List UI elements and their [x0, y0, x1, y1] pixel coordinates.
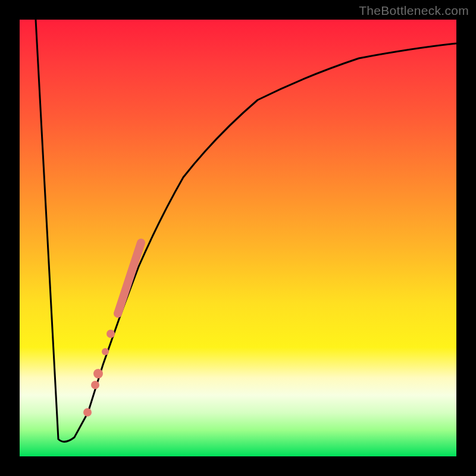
dot-4: [91, 381, 99, 389]
dot-3: [93, 369, 103, 378]
chart-svg: [20, 20, 456, 456]
dot-2: [102, 348, 109, 355]
plot-area: [20, 20, 456, 456]
chart-frame: TheBottleneck.com: [0, 0, 476, 476]
dot-5: [83, 408, 92, 416]
segment-thick: [118, 243, 141, 314]
watermark-text: TheBottleneck.com: [359, 4, 469, 18]
bottleneck-curve: [36, 20, 456, 441]
dot-1: [107, 330, 115, 338]
